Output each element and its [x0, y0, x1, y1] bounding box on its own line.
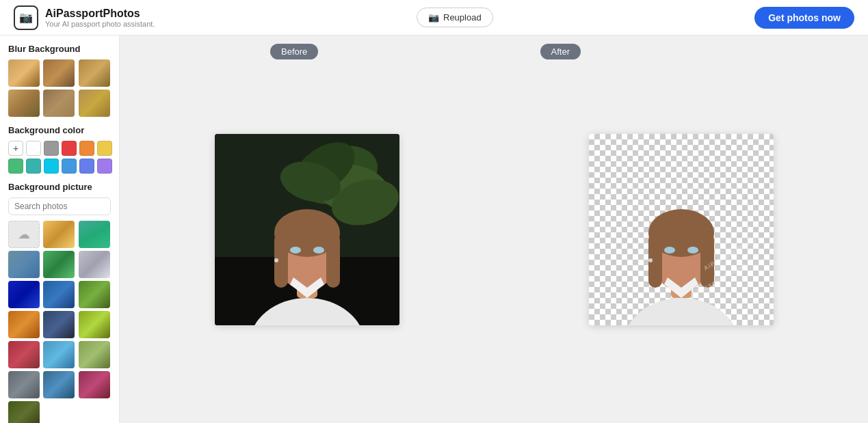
content-area: Before After [120, 36, 868, 423]
header: 📷 AiPassportPhotos Your AI passport phot… [0, 0, 868, 36]
photo-thumb-4[interactable] [43, 251, 75, 278]
color-white[interactable] [26, 141, 41, 156]
svg-point-23 [687, 247, 698, 254]
photo-thumb-15[interactable] [8, 371, 40, 398]
logo-title: AiPassportPhotos [45, 8, 155, 20]
svg-rect-12 [326, 233, 340, 288]
color-blue[interactable] [62, 159, 77, 174]
photo-thumb-13[interactable] [43, 341, 75, 368]
photo-thumb-7[interactable] [43, 281, 75, 308]
color-gray[interactable] [44, 141, 59, 156]
photo-grid: ☁ [8, 221, 111, 423]
reupload-button[interactable]: 📷 Reupload [417, 8, 493, 27]
color-red[interactable] [62, 141, 77, 156]
photo-thumb-10[interactable] [43, 311, 75, 338]
blur-thumb-2[interactable] [43, 59, 75, 87]
svg-point-13 [290, 247, 301, 254]
svg-point-15 [274, 258, 278, 262]
photo-thumb-11[interactable] [79, 311, 110, 338]
color-purple[interactable] [97, 159, 112, 174]
color-green[interactable] [8, 159, 23, 174]
photo-thumb-17[interactable] [79, 371, 110, 398]
logo: 📷 AiPassportPhotos Your AI passport phot… [14, 5, 155, 30]
get-photos-button[interactable]: Get photos now [754, 7, 854, 29]
bg-picture-section: Background picture 🔍 ☁ [8, 182, 111, 423]
photo-thumb-9[interactable] [8, 311, 40, 338]
blur-section-title: Blur Background [8, 44, 111, 54]
camera-icon: 📷 [428, 12, 439, 23]
blur-thumb-5[interactable] [43, 90, 75, 117]
svg-point-14 [313, 247, 324, 254]
color-add[interactable]: + [8, 141, 23, 156]
svg-point-22 [664, 247, 675, 254]
blur-thumb-1[interactable] [8, 59, 40, 87]
after-photo: AiPassportPhotos AiPassportPhotos [589, 134, 774, 325]
blur-grid [8, 59, 111, 117]
photo-thumb-14[interactable] [79, 341, 110, 368]
svg-point-16 [623, 298, 739, 325]
after-panel: AiPassportPhotos AiPassportPhotos [494, 36, 868, 423]
bg-picture-title: Background picture [8, 182, 111, 192]
color-section: Background color + [8, 125, 111, 174]
main-layout: Blur Background Background color + [0, 36, 868, 423]
color-grid: + [8, 141, 111, 174]
photo-thumb-12[interactable] [8, 341, 40, 368]
logo-subtitle: Your AI passport photo assistant. [45, 20, 155, 28]
photo-thumb-6[interactable] [8, 281, 40, 308]
logo-text: AiPassportPhotos Your AI passport photo … [45, 8, 155, 28]
before-panel [120, 36, 494, 423]
color-cyan[interactable] [44, 159, 59, 174]
color-teal[interactable] [26, 159, 41, 174]
before-label: Before [270, 44, 318, 59]
photo-thumb-3[interactable] [8, 251, 40, 278]
color-yellow[interactable] [97, 141, 112, 156]
search-input[interactable] [14, 202, 117, 211]
reupload-label: Reupload [443, 12, 482, 23]
search-box: 🔍 [8, 197, 111, 215]
photo-thumb-5[interactable] [79, 251, 110, 278]
photo-thumb-18[interactable] [8, 401, 40, 423]
upload-photo-thumb[interactable]: ☁ [8, 221, 40, 248]
before-photo [215, 134, 399, 325]
color-indigo[interactable] [79, 159, 94, 174]
svg-point-24 [648, 258, 653, 262]
sidebar: Blur Background Background color + [0, 36, 120, 423]
before-photo-svg [215, 134, 399, 325]
after-photo-svg: AiPassportPhotos AiPassportPhotos [589, 134, 774, 325]
photo-thumb-16[interactable] [43, 371, 75, 398]
blur-thumb-6[interactable] [79, 90, 110, 117]
logo-icon: 📷 [14, 5, 38, 30]
color-orange[interactable] [79, 141, 94, 156]
after-label: After [540, 44, 581, 59]
blur-thumb-3[interactable] [79, 59, 110, 87]
blur-thumb-4[interactable] [8, 90, 40, 117]
photo-thumb-1[interactable] [43, 221, 75, 248]
color-section-title: Background color [8, 125, 111, 135]
photo-thumb-8[interactable] [79, 281, 110, 308]
photo-thumb-2[interactable] [79, 221, 110, 248]
